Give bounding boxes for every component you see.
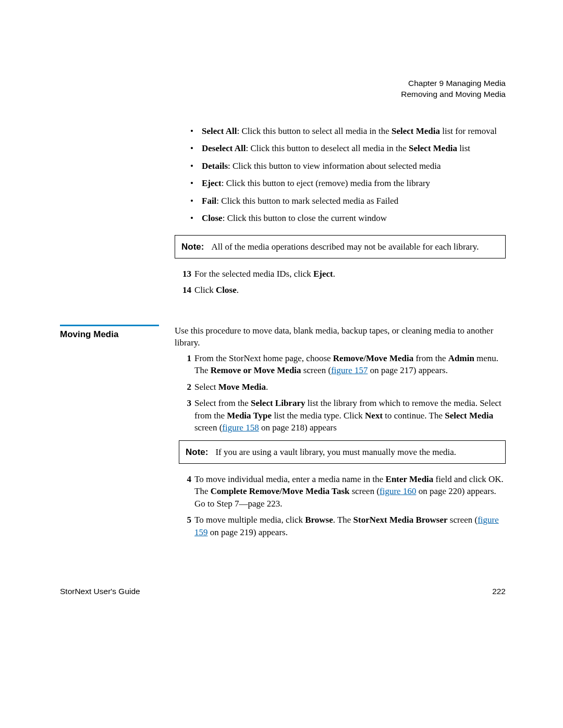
page: Chapter 9 Managing Media Removing and Mo…: [0, 0, 563, 542]
list-item: Fail: Click this button to mark selected…: [190, 195, 506, 207]
figure-160-link[interactable]: figure 160: [380, 486, 416, 496]
note-text: All of the media operations described ma…: [211, 241, 499, 253]
top-block: Select All: Click this button to select …: [60, 125, 506, 301]
note-label: Note:: [181, 241, 204, 253]
step-3: Select from the Select Library list the …: [179, 397, 506, 434]
step-13: For the selected media IDs, click Eject.: [179, 268, 506, 280]
step-5: To move multiple media, click Browse. Th…: [179, 514, 506, 538]
procedure-steps-cont: To move individual media, enter a media …: [175, 473, 506, 538]
note-box: Note: If you are using a vault library, …: [179, 440, 506, 464]
list-item: Details: Click this button to view infor…: [190, 160, 506, 172]
moving-media-section: Moving Media Use this procedure to move …: [60, 325, 506, 542]
steps-list: For the selected media IDs, click Eject.…: [175, 268, 506, 297]
note-label: Note:: [186, 446, 208, 458]
page-footer: StorNext User's Guide 222: [60, 587, 506, 596]
step-4: To move individual media, enter a media …: [179, 473, 506, 510]
button-description-list: Select All: Click this button to select …: [175, 125, 506, 225]
list-item: Eject: Click this button to eject (remov…: [190, 177, 506, 189]
intro-paragraph: Use this procedure to move data, blank m…: [175, 325, 506, 349]
header-section: Removing and Moving Media: [60, 89, 506, 100]
list-item: Deselect All: Click this button to desel…: [190, 142, 506, 154]
figure-157-link[interactable]: figure 157: [331, 365, 368, 375]
note-box: Note: All of the media operations descri…: [175, 235, 506, 258]
section-heading: Moving Media: [60, 325, 159, 340]
list-item: Close: Click this button to close the cu…: [190, 212, 506, 224]
page-header: Chapter 9 Managing Media Removing and Mo…: [60, 78, 506, 100]
figure-158-link[interactable]: figure 158: [222, 423, 259, 433]
step-2: Select Move Media.: [179, 381, 506, 393]
footer-title: StorNext User's Guide: [60, 587, 140, 596]
header-chapter: Chapter 9 Managing Media: [60, 78, 506, 89]
procedure-steps: From the StorNext home page, choose Remo…: [175, 352, 506, 434]
page-number: 222: [492, 587, 506, 596]
step-14: Click Close.: [179, 284, 506, 296]
note-text: If you are using a vault library, you mu…: [215, 446, 499, 458]
list-item: Select All: Click this button to select …: [190, 125, 506, 137]
step-1: From the StorNext home page, choose Remo…: [179, 352, 506, 377]
